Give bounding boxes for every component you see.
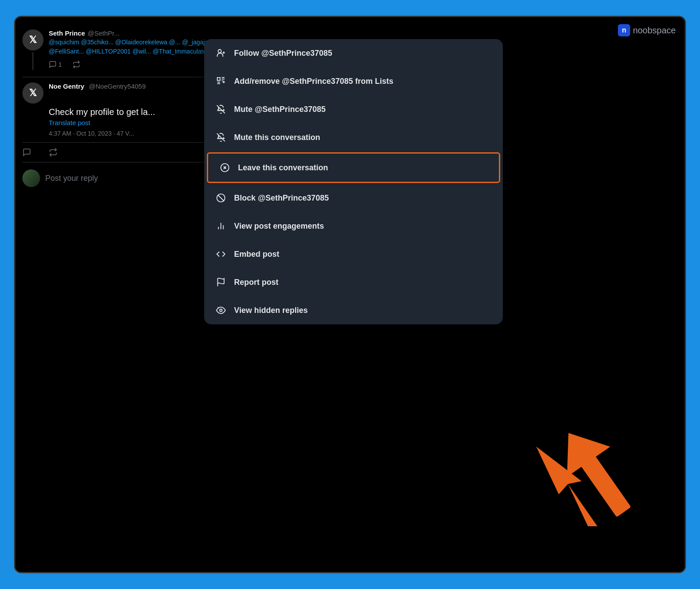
svg-line-6 [218,195,224,201]
retweet-action[interactable] [72,61,80,68]
menu-label-block: Block @SethPrince37085 [234,194,329,203]
svg-point-0 [218,50,221,53]
author-name-seth: Seth Prince [49,29,85,37]
hidden-replies-icon [215,304,227,316]
menu-item-follow[interactable]: Follow @SethPrince37085 [204,39,503,67]
menu-item-engagements[interactable]: View post engagements [204,212,503,240]
context-menu: Follow @SethPrince37085 Add/remove @Seth… [204,39,503,324]
menu-label-report: Report post [234,278,278,287]
mute-convo-icon [215,131,227,144]
menu-label-embed: Embed post [234,250,279,259]
menu-label-mute-convo: Mute this conversation [234,133,320,142]
noobspace-icon: n [618,24,630,36]
author-handle-seth: @SethPr... [88,29,120,37]
tweet-author-row: Seth Prince @SethPr... [49,29,241,37]
reply-action[interactable]: 1 [49,61,62,68]
svg-point-11 [220,309,222,312]
menu-item-hidden-replies[interactable]: View hidden replies [204,296,503,324]
menu-label-follow: Follow @SethPrince37085 [234,49,332,58]
reply-input-placeholder[interactable]: Post your reply [45,174,98,183]
menu-label-add-list: Add/remove @SethPrince37085 from Lists [234,77,393,86]
menu-label-engagements: View post engagements [234,222,324,231]
reply-icon [49,61,57,68]
x-logo-icon: 𝕏 [29,34,37,46]
x-logo-icon-2: 𝕏 [29,87,37,99]
menu-label-leave-conversation: Leave this conversation [238,163,328,172]
reply-avatar [22,169,40,187]
thread-line [32,52,33,70]
avatar-seth: 𝕏 [22,29,43,50]
author-handle-noe: @NoeGentry54059 [89,83,145,90]
leave-icon [219,162,231,174]
embed-icon [215,248,227,260]
menu-item-embed[interactable]: Embed post [204,240,503,268]
app-frame: 𝕏 Seth Prince @SethPr... @squichim @35ch… [14,16,686,573]
retweet-icon [72,61,80,68]
follow-icon [215,47,227,59]
menu-item-leave-conversation[interactable]: Leave this conversation [207,152,500,183]
watermark-label: noobspace [633,25,676,36]
menu-item-add-list[interactable]: Add/remove @SethPrince37085 from Lists [204,67,503,95]
svg-rect-1 [217,78,220,80]
reply-count: 1 [58,61,62,68]
reply-action-2[interactable] [22,148,31,157]
menu-item-mute-convo[interactable]: Mute this conversation [204,123,503,151]
watermark: n noobspace [618,24,676,36]
list-icon [215,75,227,87]
retweet-icon-2 [49,148,58,157]
flag-icon [215,276,227,288]
author-name-noe: Noe Gentry [49,83,84,90]
block-icon [215,192,227,204]
svg-line-12 [218,307,219,308]
noobspace-icon-letter: n [622,26,626,34]
menu-item-report[interactable]: Report post [204,268,503,296]
mute-user-icon [215,103,227,115]
chart-icon [215,220,227,232]
reply-icon-2 [22,148,31,157]
menu-label-hidden-replies: View hidden replies [234,306,308,315]
reply-avatar-img [22,169,40,187]
menu-item-mute-user[interactable]: Mute @SethPrince37085 [204,95,503,123]
menu-item-block[interactable]: Block @SethPrince37085 [204,184,503,212]
menu-label-mute-user: Mute @SethPrince37085 [234,105,326,114]
avatar-noe: 𝕏 [22,83,43,104]
retweet-action-2[interactable] [49,148,58,157]
